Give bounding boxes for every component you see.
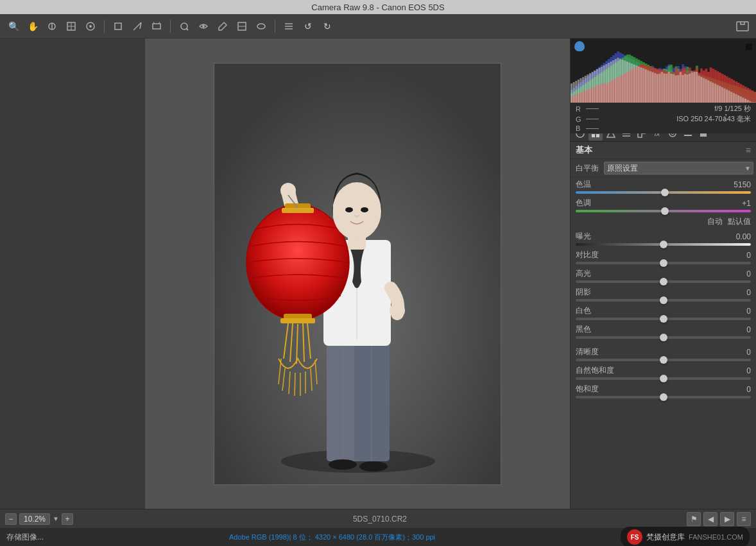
svg-line-49: [295, 373, 295, 396]
vibrance-track[interactable]: [576, 377, 751, 380]
svg-point-55: [332, 182, 381, 240]
highlights-track[interactable]: [576, 280, 751, 283]
rotate-cw-btn[interactable]: ↻: [319, 18, 336, 35]
histogram-area: R f/9 1/125 秒 G ISO 250 24-70ẩ43 毫米 B: [571, 38, 756, 125]
saturation-thumb[interactable]: [660, 393, 667, 401]
toolbar-sep-3: [275, 20, 275, 33]
shadow-clipping-icon[interactable]: [746, 44, 752, 50]
crop-btn[interactable]: [110, 18, 126, 35]
spot-removal-btn[interactable]: [176, 18, 193, 35]
save-image-btn[interactable]: 存储图像...: [6, 532, 44, 543]
highlights-label: 高光: [576, 268, 591, 279]
hand-tool-btn[interactable]: ✋: [24, 18, 41, 35]
bottom-right-icons: ⚑ ◀ ▶ ≡: [687, 512, 751, 526]
save-to-bridge-btn[interactable]: [734, 18, 751, 35]
color-tint-track[interactable]: [576, 210, 751, 212]
section-menu-icon[interactable]: ≡: [746, 145, 751, 155]
histogram-top-icons: [571, 41, 756, 51]
filmstrip-toggle-btn[interactable]: ≡: [737, 512, 751, 526]
exposure-track[interactable]: [576, 243, 751, 246]
color-tint-label: 色调: [576, 198, 591, 209]
zoom-minus-btn[interactable]: −: [5, 513, 17, 525]
color-temp-thumb[interactable]: [661, 189, 669, 196]
rotate-ccw-btn[interactable]: ↺: [300, 18, 316, 35]
svg-point-58: [390, 303, 405, 318]
g-label: G: [576, 115, 583, 123]
shadows-track[interactable]: [576, 299, 751, 302]
contrast-thumb[interactable]: [660, 259, 667, 267]
photo-frame: [214, 63, 501, 485]
canvas-area[interactable]: [145, 38, 570, 509]
r-label: R: [576, 105, 583, 113]
exposure-thumb[interactable]: [660, 241, 667, 248]
clarity-track[interactable]: [576, 359, 751, 361]
image-info[interactable]: Adobe RGB (1998)| 8 位； 4320 × 6480 (28.0…: [50, 533, 614, 542]
window-title: Camera Raw 9.8 - Canon EOS 5DS: [311, 3, 444, 12]
whites-label: 白色: [576, 305, 591, 316]
highlights-value: 0: [725, 269, 751, 278]
prefs-btn[interactable]: [280, 18, 297, 35]
svg-line-14: [186, 28, 188, 30]
color-tint-thumb[interactable]: [661, 207, 669, 215]
flag-btn[interactable]: ⚑: [687, 512, 701, 526]
contrast-label: 对比度: [576, 250, 599, 260]
color-temp-slider-container: 色温 5150: [571, 178, 756, 196]
highlights-thumb[interactable]: [660, 278, 667, 286]
exif-line2: ISO 250 24-70ẩ43 毫米: [676, 114, 751, 124]
white-balance-btn[interactable]: [44, 18, 60, 35]
brush-btn[interactable]: [214, 18, 231, 35]
rgb-info-row: R f/9 1/125 秒: [576, 104, 751, 114]
target-adjust-btn[interactable]: [82, 18, 99, 35]
white-balance-select[interactable]: 原照设置: [604, 162, 753, 175]
default-btn[interactable]: 點认值: [728, 216, 751, 227]
saturation-track[interactable]: [576, 396, 751, 398]
blacks-track[interactable]: [576, 336, 751, 339]
auto-btn[interactable]: 自动: [707, 216, 723, 227]
g-info-row: G ISO 250 24-70ẩ43 毫米: [576, 114, 751, 124]
contrast-slider-container: 对比度 0: [571, 248, 756, 267]
svg-point-15: [202, 25, 205, 28]
next-btn[interactable]: ▶: [720, 512, 734, 526]
zoom-tool-btn[interactable]: 🔍: [5, 18, 22, 35]
svg-point-57: [361, 207, 368, 212]
color-tint-slider-container: 色调 +1: [571, 196, 756, 215]
color-sample-btn[interactable]: [63, 18, 80, 35]
wb-label: 白平衡: [576, 163, 601, 174]
basic-section-header: 基本 ≡: [571, 142, 756, 159]
white-balance-row: 白平衡 原照设置 ▼: [571, 159, 756, 178]
svg-point-56: [345, 207, 353, 212]
color-temp-track[interactable]: [576, 191, 751, 194]
exposure-slider-container: 曝光 0.00: [571, 230, 756, 248]
highlights-slider-container: 高光 0: [571, 267, 756, 286]
whites-track[interactable]: [576, 318, 751, 320]
bottom-bar: − ▼ + 5DS_0710.CR2 ⚑ ◀ ▶ ≡: [0, 509, 756, 528]
zoom-plus-btn[interactable]: +: [62, 513, 73, 525]
zoom-dropdown-arrow[interactable]: ▼: [53, 515, 59, 522]
clarity-thumb[interactable]: [660, 356, 667, 364]
svg-point-34: [246, 205, 349, 320]
exposure-label: 曝光: [576, 231, 591, 242]
red-eye-btn[interactable]: [195, 18, 212, 35]
prev-btn[interactable]: ◀: [703, 512, 717, 526]
saturation-slider-container: 饱和度 0: [571, 382, 756, 401]
vibrance-thumb[interactable]: [660, 375, 667, 382]
watermark-logo: FS: [627, 529, 642, 545]
whites-thumb[interactable]: [660, 315, 667, 323]
blacks-thumb[interactable]: [660, 334, 667, 341]
vibrance-label: 自然饱和度: [576, 365, 614, 376]
radial-filter-btn[interactable]: [253, 18, 270, 35]
bottom-spacer: [571, 401, 756, 407]
saturation-label: 饱和度: [576, 384, 599, 395]
zoom-input[interactable]: [19, 513, 50, 525]
shadows-thumb[interactable]: [660, 296, 667, 304]
grad-filter-btn[interactable]: [234, 18, 250, 35]
watermark-logo-text: FS: [631, 534, 639, 541]
contrast-track[interactable]: [576, 262, 751, 264]
transform-btn[interactable]: [148, 18, 165, 35]
svg-point-18: [257, 24, 265, 29]
exif-line1: f/9 1/125 秒: [714, 104, 751, 114]
svg-point-29: [329, 459, 357, 470]
highlight-clipping-icon[interactable]: [574, 41, 585, 51]
straighten-btn[interactable]: [129, 18, 146, 35]
adjustments-panel: 基本 ≡ 白平衡 原照设置 ▼ 色温 5150: [571, 142, 756, 509]
